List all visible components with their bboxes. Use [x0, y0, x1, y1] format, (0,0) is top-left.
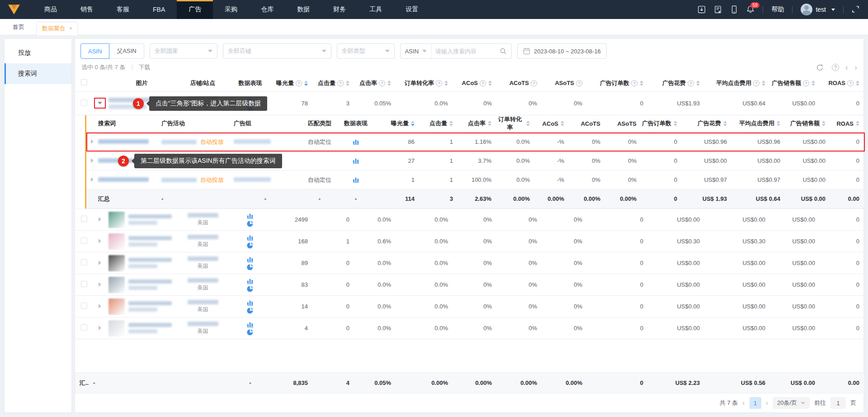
trend-chart-button[interactable] — [247, 321, 254, 327]
pie-chart-button[interactable] — [247, 264, 254, 270]
expand-row-icon[interactable] — [91, 158, 94, 163]
help-circle-icon[interactable]: ? — [436, 80, 442, 86]
sort-icon[interactable] — [822, 121, 826, 126]
header-cell-14[interactable]: ROAS? — [820, 75, 864, 91]
sort-icon[interactable] — [856, 81, 859, 86]
scroll-left-icon[interactable]: ‹ — [845, 63, 848, 71]
pie-chart-icon[interactable] — [247, 285, 254, 292]
pie-chart-icon[interactable] — [247, 264, 254, 270]
help-circle-icon[interactable]: ? — [337, 80, 344, 86]
page-size-select[interactable]: 20条/页 — [773, 397, 810, 409]
country-select[interactable]: 全部国家 — [150, 43, 217, 59]
header-cell-13[interactable]: 广告销售额? — [770, 75, 820, 91]
nav-item-advertising[interactable]: 广告 — [177, 0, 213, 19]
help-circle-icon[interactable]: ? — [576, 80, 582, 86]
trend-chart-button[interactable] — [353, 176, 359, 183]
pie-chart-button[interactable] — [247, 242, 254, 249]
expand-row-icon[interactable] — [99, 304, 101, 308]
trend-chart-button[interactable] — [353, 157, 359, 164]
sort-icon[interactable] — [444, 81, 448, 86]
search-icon[interactable] — [500, 47, 507, 55]
pie-chart-button[interactable] — [247, 220, 254, 227]
expand-row-icon[interactable] — [99, 326, 101, 330]
campaign-link[interactable]: 自动投放 — [200, 176, 224, 184]
pie-chart-button[interactable] — [247, 285, 254, 292]
trend-chart-button[interactable] — [247, 212, 254, 219]
bar-chart-icon[interactable] — [247, 299, 254, 306]
header-cell-6[interactable]: 订单转化率? — [396, 75, 453, 91]
inner-header-cell-9[interactable]: ACoS — [534, 115, 569, 133]
inner-header-cell-15[interactable]: 广告销售额 — [785, 115, 830, 133]
header-cell-11[interactable]: 广告花费? — [648, 75, 704, 91]
row-checkbox[interactable] — [81, 303, 87, 309]
pie-chart-icon[interactable] — [247, 220, 254, 227]
user-menu[interactable]: test — [801, 4, 835, 15]
sort-icon[interactable] — [488, 81, 492, 86]
bar-chart-icon[interactable] — [353, 157, 359, 164]
search-input[interactable] — [432, 48, 500, 55]
scroll-right-icon[interactable]: › — [854, 63, 857, 71]
nav-item-sales[interactable]: 销售 — [69, 0, 105, 19]
inner-header-cell-8[interactable]: 订单转化率 — [496, 115, 534, 133]
expand-row-icon[interactable] — [99, 239, 101, 243]
sort-icon[interactable] — [488, 121, 491, 126]
inner-header-cell-14[interactable]: 平均点击费用 — [731, 115, 785, 133]
notification-bell-icon[interactable]: 59 — [746, 5, 755, 14]
help-circle-icon[interactable]: ? — [688, 80, 694, 86]
bar-chart-icon[interactable] — [247, 277, 254, 284]
sort-icon[interactable] — [674, 121, 677, 126]
bar-chart-icon[interactable] — [247, 321, 254, 327]
pie-chart-icon[interactable] — [247, 242, 254, 249]
mobile-app-icon[interactable] — [730, 5, 738, 14]
sort-icon[interactable] — [304, 81, 308, 86]
help-circle-icon[interactable]: ? — [296, 80, 302, 86]
pie-chart-button[interactable] — [247, 329, 254, 336]
nav-item-finance[interactable]: 财务 — [321, 0, 358, 19]
pie-chart-icon[interactable] — [247, 307, 254, 314]
nav-item-fba[interactable]: FBA — [141, 0, 177, 19]
pie-chart-button[interactable] — [247, 307, 254, 314]
type-select[interactable]: 全部类型 — [337, 43, 395, 59]
sidebar-item-search-terms[interactable]: 搜索词 — [5, 63, 71, 84]
inner-header-cell-5[interactable]: 曝光量 — [369, 115, 419, 133]
trend-chart-button[interactable] — [247, 299, 254, 306]
row-checkbox[interactable] — [81, 216, 87, 222]
header-cell-5[interactable]: 点击率? — [354, 75, 396, 91]
store-select[interactable]: 全部店铺 — [223, 43, 331, 59]
nav-item-warehouse[interactable]: 仓库 — [249, 0, 285, 19]
prev-page-icon[interactable]: ‹ — [742, 399, 745, 407]
sort-icon[interactable] — [762, 81, 765, 86]
inner-header-cell-6[interactable]: 点击量 — [419, 115, 458, 133]
inner-header-cell-7[interactable]: 点击率 — [458, 115, 496, 133]
bar-chart-icon[interactable] — [353, 138, 359, 145]
expand-row-icon[interactable] — [99, 282, 101, 287]
header-cell-10[interactable]: 广告订单数? — [587, 75, 648, 91]
close-icon[interactable]: × — [69, 25, 72, 32]
inner-header-cell-13[interactable]: 广告花费 — [682, 115, 731, 133]
sort-icon[interactable] — [411, 121, 415, 126]
bar-chart-icon[interactable] — [353, 176, 359, 183]
help-circle-icon[interactable]: ? — [753, 80, 760, 86]
current-page[interactable]: 1 — [750, 397, 761, 409]
row-checkbox[interactable] — [81, 237, 87, 244]
sort-icon[interactable] — [696, 81, 700, 86]
help-circle-icon[interactable]: ? — [803, 80, 809, 86]
campaign-link[interactable]: 自动投放 — [200, 138, 224, 146]
help-circle-icon[interactable]: ? — [832, 64, 839, 71]
sidebar-item-targeting[interactable]: 投放 — [5, 43, 71, 63]
nav-item-data[interactable]: 数据 — [285, 0, 321, 19]
help-circle-icon[interactable]: ? — [379, 80, 385, 86]
sort-icon[interactable] — [856, 121, 859, 126]
header-cell-12[interactable]: 平均点击费用? — [704, 75, 770, 91]
tab-data-aggregation[interactable]: 数据聚合 × — [36, 22, 78, 35]
expand-row-icon[interactable] — [91, 177, 94, 182]
expand-row-icon[interactable] — [99, 217, 101, 222]
nav-item-service[interactable]: 客服 — [105, 0, 141, 19]
help-link[interactable]: 帮助 — [771, 5, 784, 14]
fullscreen-icon[interactable] — [852, 5, 860, 14]
sort-icon[interactable] — [723, 121, 727, 126]
sort-icon[interactable] — [777, 121, 780, 126]
bar-chart-icon[interactable] — [247, 256, 254, 262]
expand-row-icon[interactable] — [91, 139, 94, 144]
collapse-row-icon[interactable] — [98, 102, 102, 104]
